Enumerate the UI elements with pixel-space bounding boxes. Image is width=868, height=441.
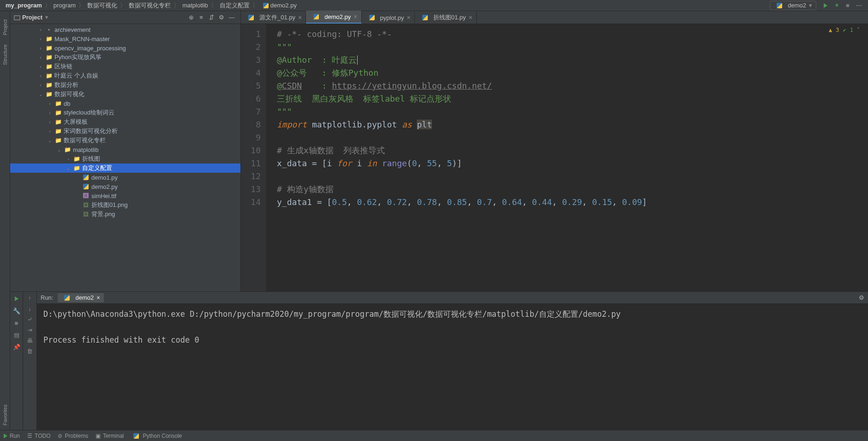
code-editor[interactable]: 1234567891011121314 # -*- coding: UTF-8 …: [241, 24, 868, 291]
code-area[interactable]: # -*- coding: UTF-8 -*-"""@Author : 叶庭云@…: [267, 24, 868, 291]
up-icon[interactable]: ↑: [28, 295, 31, 302]
tree-node[interactable]: ›🖼背景.png: [10, 210, 240, 219]
run-output[interactable]: D:\python\Anaconda3\python.exe D:/python…: [37, 304, 868, 430]
more-actions-button[interactable]: ⋯: [855, 1, 863, 10]
close-icon[interactable]: ×: [298, 14, 302, 21]
run-button[interactable]: [821, 1, 830, 10]
code-line[interactable]: @Author : 叶庭云: [277, 54, 868, 66]
down-icon[interactable]: ↓: [28, 305, 31, 312]
layout-button[interactable]: ▤: [12, 331, 21, 339]
stop-run-button[interactable]: ■: [12, 319, 21, 327]
code-line[interactable]: # 构造y轴数据: [277, 183, 868, 196]
locate-icon[interactable]: ⊕: [187, 13, 195, 22]
breadcrumb-seg[interactable]: demo2.py: [259, 2, 299, 9]
code-line[interactable]: @CSDN : https://yetingyun.blog.csdn.net/: [277, 79, 868, 92]
tree-node[interactable]: ›🅰simHei.ttf: [10, 191, 240, 200]
chevron-right-icon[interactable]: ›: [47, 101, 53, 106]
code-line[interactable]: x_data = [i for i in range(0, 55, 5)]: [277, 157, 868, 170]
chevron-right-icon[interactable]: ›: [38, 46, 43, 51]
tree-node[interactable]: ›demo1.py: [10, 173, 240, 182]
chevron-right-icon[interactable]: ›: [38, 55, 43, 60]
project-tree[interactable]: ›▪archievement›📁Mask_RCNN-master›📁opencv…: [10, 24, 240, 291]
tree-node[interactable]: ›📁Mask_RCNN-master: [10, 34, 240, 43]
code-line[interactable]: y_data1 = [0.5, 0.62, 0.72, 0.78, 0.85, …: [277, 196, 868, 209]
tree-node[interactable]: ›📁宋词数据可视化分析: [10, 127, 240, 136]
soft-wrap-icon[interactable]: ⤶: [27, 316, 32, 323]
scroll-end-icon[interactable]: ⇥: [27, 326, 32, 333]
chevron-down-icon[interactable]: ⌄: [56, 147, 62, 152]
code-line[interactable]: [277, 131, 868, 144]
code-line[interactable]: """: [277, 41, 868, 54]
editor-tab[interactable]: 源文件_01.py×: [241, 12, 306, 24]
tree-node[interactable]: ›📁stylecloud绘制词云: [10, 108, 240, 117]
expand-all-icon[interactable]: ≡: [197, 13, 205, 22]
editor-inspection-status[interactable]: ▲ 3 ✔ 1 ˄: [829, 27, 860, 33]
breadcrumb-seg[interactable]: program: [52, 2, 78, 9]
chevron-right-icon[interactable]: ›: [38, 83, 43, 88]
chevron-right-icon[interactable]: ›: [38, 64, 43, 69]
code-line[interactable]: @公众号 : 修炼Python: [277, 66, 868, 79]
run-tab[interactable]: demo2 ×: [58, 293, 103, 302]
chevron-right-icon[interactable]: ›: [38, 27, 43, 32]
tool-project[interactable]: Project: [2, 19, 8, 35]
stop-button[interactable]: ■: [844, 1, 852, 10]
code-line[interactable]: """: [277, 105, 868, 118]
close-icon[interactable]: ×: [353, 13, 357, 20]
trash-icon[interactable]: 🗑: [27, 348, 33, 355]
tree-node[interactable]: ›📁Pyhon实现放风筝: [10, 53, 240, 62]
rerun-button[interactable]: [12, 295, 21, 303]
tree-node[interactable]: ›📁区块链: [10, 62, 240, 71]
bottom-tab-todo[interactable]: ☰TODO: [27, 433, 50, 439]
tool-structure[interactable]: Structure: [2, 44, 8, 65]
tree-node[interactable]: ›📁大屏模板: [10, 117, 240, 127]
tree-node[interactable]: ›demo2.py: [10, 182, 240, 191]
tree-node[interactable]: ›▪archievement: [10, 25, 240, 34]
code-line[interactable]: # 生成x轴数据 列表推导式: [277, 144, 868, 157]
tree-node[interactable]: ›🖼折线图01.png: [10, 200, 240, 210]
run-config-selector[interactable]: demo2 ▾: [770, 1, 816, 10]
breadcrumb-seg[interactable]: 自定义配置: [218, 2, 251, 9]
chevron-right-icon[interactable]: ›: [47, 120, 53, 125]
breadcrumb-seg[interactable]: 数据可视化专栏: [127, 2, 173, 9]
settings-icon[interactable]: ⚙: [217, 13, 226, 22]
gear-icon[interactable]: ⚙: [859, 294, 864, 301]
tree-node[interactable]: ›📁折线图: [10, 154, 240, 163]
tree-node[interactable]: ⌄📁matplotlib: [10, 145, 240, 154]
code-line[interactable]: [277, 170, 868, 183]
project-panel-title[interactable]: Project ▼: [14, 14, 49, 21]
code-line[interactable]: 三折线 黑白灰风格 标签label 标记点形状: [277, 92, 868, 105]
tree-node[interactable]: ›📁opencv_image_processing: [10, 43, 240, 53]
chevron-right-icon[interactable]: ›: [66, 157, 71, 162]
tool-favorites[interactable]: Favorites: [2, 405, 8, 425]
chevron-down-icon[interactable]: ⌄: [66, 166, 71, 171]
hide-panel-icon[interactable]: —: [227, 13, 236, 22]
tree-node[interactable]: ›📁数据分析: [10, 80, 240, 90]
collapse-all-icon[interactable]: ⇵: [207, 13, 216, 22]
chevron-down-icon[interactable]: ⌄: [47, 138, 53, 143]
bottom-tab-terminal[interactable]: ▣Terminal: [96, 433, 124, 439]
bottom-tab-pyconsole[interactable]: Python Console: [132, 433, 182, 439]
tree-node[interactable]: ›📁叶庭云 个人自娱: [10, 71, 240, 80]
debug-rerun-button[interactable]: 🔧: [12, 307, 21, 315]
chevron-right-icon[interactable]: ›: [38, 36, 43, 42]
code-line[interactable]: # -*- coding: UTF-8 -*-: [277, 28, 868, 41]
tree-node[interactable]: ⌄📁数据可视化: [10, 90, 240, 99]
breadcrumb-seg[interactable]: 数据可视化: [85, 2, 119, 9]
editor-tab[interactable]: demo2.py×: [306, 11, 361, 24]
chevron-right-icon[interactable]: ›: [47, 129, 53, 134]
bottom-tab-run[interactable]: Run: [4, 433, 20, 439]
pin-button[interactable]: 📌: [12, 343, 21, 351]
tree-node[interactable]: ›📁db: [10, 99, 240, 108]
close-icon[interactable]: ×: [469, 14, 473, 21]
bottom-tab-problems[interactable]: ⊘Problems: [58, 433, 88, 439]
code-line[interactable]: import matplotlib.pyplot as plt: [277, 118, 868, 131]
editor-tab[interactable]: pyplot.py×: [362, 12, 415, 24]
close-icon[interactable]: ×: [407, 14, 411, 21]
chevron-right-icon[interactable]: ›: [38, 73, 43, 79]
chevron-down-icon[interactable]: ⌄: [38, 92, 43, 97]
debug-button[interactable]: ✶: [832, 1, 841, 10]
breadcrumb-seg[interactable]: my_program: [4, 2, 44, 9]
close-icon[interactable]: ×: [96, 294, 100, 301]
print-icon[interactable]: 🖶: [27, 337, 33, 344]
chevron-right-icon[interactable]: ›: [47, 110, 53, 115]
